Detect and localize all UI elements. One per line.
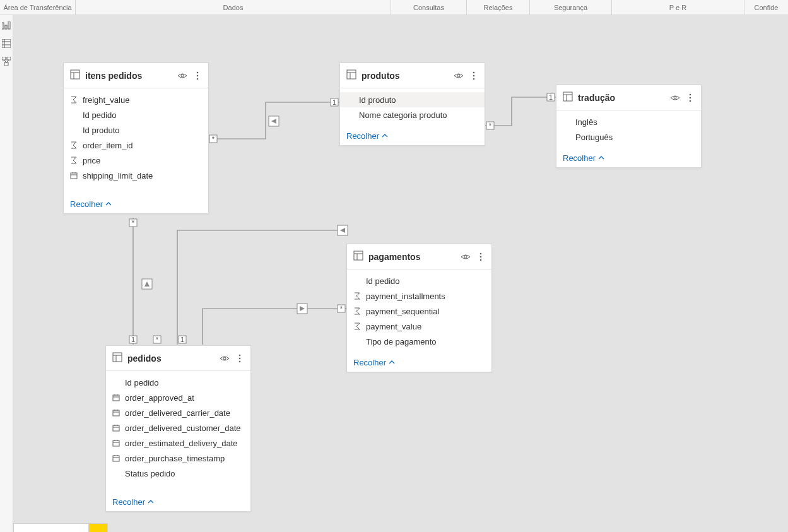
data-view-icon[interactable] <box>2 39 11 48</box>
svg-point-39 <box>457 74 460 77</box>
svg-point-56 <box>480 259 482 261</box>
more-options-icon[interactable] <box>475 251 486 263</box>
field-row[interactable]: shipping_limit_date <box>64 168 208 183</box>
field-row[interactable]: order_delivered_carrier_date <box>106 405 250 420</box>
cardinality-label: 1 <box>549 93 553 101</box>
svg-line-10 <box>4 60 6 62</box>
svg-rect-9 <box>4 62 8 66</box>
table-header[interactable]: pedidos <box>106 346 250 371</box>
svg-rect-7 <box>2 57 6 60</box>
chevron-up-icon <box>105 201 112 207</box>
model-canvas[interactable]: * 1 * 1 * 1 * 1 * <box>13 15 788 532</box>
field-row[interactable]: order_item_id <box>64 138 208 153</box>
sigma-icon <box>353 292 366 300</box>
field-row[interactable]: price <box>64 153 208 168</box>
collapse-button[interactable]: Recolher <box>340 126 485 145</box>
field-row[interactable]: Português <box>556 129 701 145</box>
collapse-button[interactable]: Recolher <box>347 353 491 372</box>
table-pedidos[interactable]: pedidos Id pedido order_approved_at orde… <box>105 345 251 512</box>
field-row[interactable]: freight_value <box>64 92 208 107</box>
field-list: Inglês Português <box>556 110 701 148</box>
field-row[interactable]: payment_value <box>347 319 491 334</box>
sigma-icon <box>353 307 366 315</box>
table-title: produtos <box>362 71 453 81</box>
field-row[interactable]: Id pedido <box>64 107 208 122</box>
calendar-icon <box>112 424 125 432</box>
more-options-icon[interactable] <box>468 70 479 81</box>
field-row[interactable]: Nome categoria produto <box>340 107 485 122</box>
svg-point-29 <box>197 71 199 73</box>
svg-rect-20 <box>338 305 345 312</box>
field-row[interactable]: Id produto <box>64 122 208 138</box>
field-list: Id pedido payment_installments payment_s… <box>347 269 491 353</box>
visibility-icon[interactable] <box>460 251 471 263</box>
svg-point-63 <box>239 360 241 362</box>
chevron-up-icon <box>598 155 604 161</box>
svg-rect-22 <box>297 304 307 314</box>
more-options-icon[interactable] <box>685 92 696 103</box>
visibility-icon[interactable] <box>219 353 230 364</box>
ribbon-groups: Área de Transferência Dados Consultas Re… <box>0 0 788 15</box>
svg-rect-1 <box>5 25 7 29</box>
calendar-icon <box>112 439 125 447</box>
table-header[interactable]: pagamentos <box>347 244 491 269</box>
table-itens-pedidos[interactable]: itens pedidos freight_value Id pedido Id… <box>63 62 209 214</box>
model-view-icon[interactable] <box>2 57 11 66</box>
cardinality-label: * <box>156 336 159 343</box>
field-row[interactable]: order_delivered_customer_date <box>106 420 250 435</box>
more-options-icon[interactable] <box>192 70 203 81</box>
sheet-tabs[interactable] <box>13 523 108 532</box>
table-produtos[interactable]: produtos Id produto Nome categoria produ… <box>339 62 485 146</box>
field-list: freight_value Id pedido Id produto order… <box>64 88 208 187</box>
table-traducao[interactable]: tradução Inglês Português Recolher <box>556 85 702 168</box>
field-row[interactable]: order_approved_at <box>106 390 250 405</box>
svg-rect-21 <box>179 336 186 343</box>
filter-direction-arrow-icon <box>271 119 276 124</box>
field-row[interactable]: payment_sequential <box>347 304 491 319</box>
field-row[interactable]: Id pedido <box>106 375 250 390</box>
visibility-icon[interactable] <box>453 70 464 81</box>
svg-point-48 <box>690 97 691 98</box>
svg-line-11 <box>6 60 9 62</box>
visibility-icon[interactable] <box>669 92 681 103</box>
ribbon-group-security: Segurança <box>530 0 612 15</box>
cardinality-label: * <box>489 122 492 129</box>
svg-point-47 <box>690 93 691 95</box>
field-row[interactable]: Id produto <box>340 92 485 107</box>
table-title: pedidos <box>127 353 219 364</box>
cardinality-label: * <box>340 305 343 312</box>
svg-point-41 <box>473 74 475 76</box>
svg-rect-3 <box>2 39 11 48</box>
table-header[interactable]: produtos <box>340 63 485 88</box>
field-row[interactable]: Status pedido <box>106 466 250 481</box>
report-view-icon[interactable] <box>2 21 11 30</box>
cardinality-label: * <box>132 219 135 227</box>
field-row[interactable]: Inglês <box>556 114 701 129</box>
field-row[interactable]: Tipo de pagamento <box>347 334 491 349</box>
svg-point-53 <box>464 256 467 258</box>
sheet-tab-active[interactable] <box>89 523 108 532</box>
svg-rect-36 <box>347 70 356 79</box>
collapse-button[interactable]: Recolher <box>106 492 250 511</box>
visibility-icon[interactable] <box>177 70 188 81</box>
chevron-up-icon <box>389 359 395 365</box>
sigma-icon <box>70 96 83 103</box>
field-row[interactable]: order_estimated_delivery_date <box>106 435 250 451</box>
svg-point-61 <box>239 354 241 356</box>
table-header[interactable]: tradução <box>556 85 701 110</box>
ribbon-group-queries: Consultas <box>391 0 467 15</box>
field-row[interactable]: order_purchase_timestamp <box>106 451 250 466</box>
svg-point-46 <box>674 97 676 99</box>
svg-rect-57 <box>113 353 122 362</box>
svg-rect-2 <box>8 21 10 29</box>
collapse-button[interactable]: Recolher <box>64 194 208 213</box>
table-header[interactable]: itens pedidos <box>64 63 208 88</box>
svg-rect-12 <box>209 135 217 143</box>
more-options-icon[interactable] <box>234 353 245 364</box>
collapse-button[interactable]: Recolher <box>556 148 701 167</box>
sheet-tab[interactable] <box>13 523 89 532</box>
svg-point-40 <box>473 71 475 73</box>
field-row[interactable]: payment_installments <box>347 288 491 304</box>
field-row[interactable]: Id pedido <box>347 273 491 288</box>
table-pagamentos[interactable]: pagamentos Id pedido payment_installment… <box>346 244 492 372</box>
